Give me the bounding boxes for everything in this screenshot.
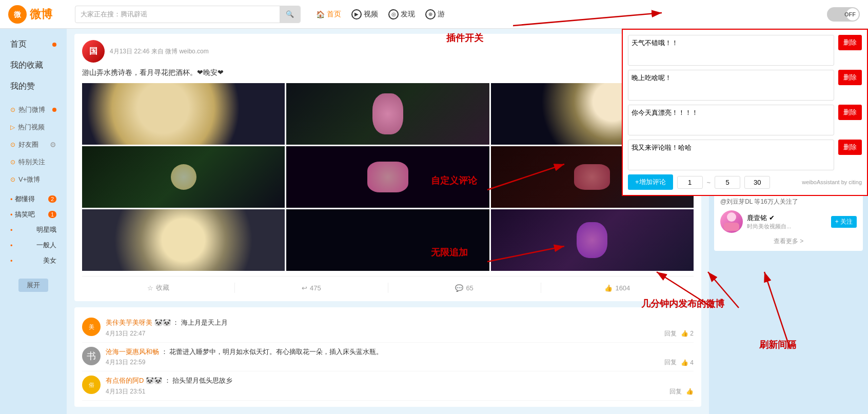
post-image-3[interactable] — [82, 146, 285, 208]
nav-item-video[interactable]: ▶ 视频 — [351, 9, 378, 19]
post-image-6[interactable] — [82, 209, 285, 271]
sidebar-item-hot-weibo[interactable]: ⊙ 热门微博 — [0, 101, 67, 119]
post-image-1[interactable] — [286, 83, 489, 145]
sidebar-label-general: 一般人 — [36, 241, 56, 250]
comment-textarea-0[interactable]: 天气不错哦！！ — [628, 35, 834, 66]
home-icon: 🏠 — [316, 10, 325, 18]
see-more-link[interactable]: 查看更多 > — [720, 237, 857, 246]
delete-button-1[interactable]: 删除 — [838, 70, 862, 85]
plugin-toggle[interactable]: OFF — [827, 7, 860, 22]
sidebar-item-likes[interactable]: 我的赞 — [0, 76, 67, 97]
main-nav: 🏠 首页 ▶ 视频 ◎ 发现 ⊕ 游 — [316, 9, 445, 19]
search-bar: 大家正在搜：腾讯辟谣 🔍 — [75, 6, 301, 23]
comment-icon: 💬 — [455, 284, 463, 292]
reply-button-0[interactable]: 回复 — [664, 329, 677, 338]
forward-button[interactable]: ↩ 475 — [235, 282, 387, 294]
post-image-grid — [82, 83, 694, 271]
delete-button-3[interactable]: 删除 — [838, 140, 862, 155]
plugin-comment-row-0: 天气不错哦！！ 删除 — [628, 35, 862, 66]
collect-button[interactable]: ☆ 收藏 — [82, 281, 234, 295]
sidebar-bullet-4: • — [10, 257, 13, 265]
like-comment-1[interactable]: 👍 4 — [681, 359, 694, 366]
sidebar: 首页 我的收藏 我的赞 ⊙ 热门微博 ▷ 热门视频 ⊙ 好友圈 ⚙ — [0, 29, 67, 414]
gear-icon[interactable]: ⚙ — [50, 141, 56, 149]
sidebar-bullet-3: • — [10, 242, 13, 249]
post-image-7[interactable] — [286, 209, 489, 271]
sidebar-item-vplus[interactable]: ⊙ V+微博 — [0, 171, 67, 188]
sidebar-label-star: 明星哦 — [36, 225, 56, 234]
num-input-1[interactable] — [677, 176, 703, 189]
comment-textarea-1[interactable]: 晚上吃啥呢！ — [628, 70, 834, 101]
plugin-comment-row-1: 晚上吃啥呢！ 删除 — [628, 70, 862, 101]
sidebar-item-douget[interactable]: • 都懂得 2 — [0, 191, 67, 207]
sidebar-item-favorites[interactable]: 我的收藏 — [0, 55, 67, 76]
delete-button-0[interactable]: 删除 — [838, 35, 862, 50]
vplus-icon: ⊙ — [10, 176, 15, 183]
sidebar-item-gaoxiao[interactable]: • 搞笑吧 1 — [0, 207, 67, 222]
comment-item-2: 俗 有点俗的阿D 🐼🐼 ： 抬头望月低头思故乡 4月13日 23:51 回复 👍 — [82, 371, 694, 401]
sidebar-dot-home — [52, 43, 56, 47]
plugin-panel: 天气不错哦！！ 删除 晚上吃啥呢！ 删除 你今天真漂亮！！！！ 删除 我又来评论… — [622, 29, 868, 196]
post-text: 游山弄水携诗卷，看月寻花把酒杯。❤晚安❤ — [82, 67, 694, 78]
nav-item-game[interactable]: ⊕ 游 — [425, 9, 445, 19]
comment-textarea-3[interactable]: 我又来评论啦！哈哈 — [628, 140, 834, 170]
comment-actions-1: 回复 👍 4 — [664, 358, 694, 367]
post-image-4[interactable] — [286, 146, 489, 208]
post-image-8[interactable] — [491, 209, 694, 271]
like-post-button[interactable]: 👍 1604 — [541, 282, 694, 294]
delete-button-2[interactable]: 删除 — [838, 105, 862, 120]
num-input-3[interactable] — [744, 176, 770, 189]
reply-button-1[interactable]: 回复 — [664, 358, 677, 367]
comment-author-1[interactable]: 沧海一粟惠风和畅 — [106, 348, 159, 356]
num-input-2[interactable] — [715, 176, 740, 189]
sidebar-bullet-0: • — [10, 195, 13, 203]
brand-text: weiboAssistant by citing — [802, 179, 862, 185]
nav-item-discover[interactable]: ◎ 发现 — [388, 9, 415, 19]
follow-button[interactable]: + 关注 — [831, 216, 857, 228]
forward-count: 475 — [310, 284, 321, 292]
comments-section: 美 美佧美芋美呀美 🐼🐼 ： 海上月是天上月 4月13日 22:47 回复 👍 … — [74, 307, 701, 407]
comment-time-row-2: 4月13日 23:51 回复 👍 — [106, 387, 694, 396]
search-button[interactable]: 🔍 — [280, 6, 300, 23]
post-actions: ☆ 收藏 ↩ 475 💬 65 👍 — [82, 276, 694, 295]
sidebar-item-star[interactable]: • 明星哦 — [0, 222, 67, 238]
sidebar-special-follow-label: 特别关注 — [18, 157, 45, 167]
sidebar-hot-video-label: 热门视频 — [18, 123, 45, 132]
like-count: 1604 — [615, 284, 630, 292]
search-hint: 大家正在搜：腾讯辟谣 — [75, 10, 280, 19]
sidebar-item-friend-circle[interactable]: ⊙ 好友圈 ⚙ — [0, 136, 67, 153]
follow-person-name: 鹿壹铭 ✔ — [747, 213, 827, 223]
hot-weibo-icon: ⊙ — [10, 106, 15, 113]
sidebar-friend-circle-label: 好友圈 — [18, 140, 38, 149]
post-image-0[interactable] — [82, 83, 285, 145]
comment-actions-2: 回复 👍 — [669, 387, 694, 396]
comment-content-1: 沧海一粟惠风和畅 ： 花蕾进入睡梦中，明月如水似天灯。有心摘取花一朵，插入床头蓝… — [106, 347, 694, 367]
sidebar-item-home[interactable]: 首页 — [0, 34, 67, 55]
add-comment-button[interactable]: +增加评论 — [628, 174, 673, 190]
plugin-comment-row-2: 你今天真漂亮！！！！ 删除 — [628, 105, 862, 135]
follow-row: 鹿壹铭 ✔ 时尚美妆视频自... + 关注 — [720, 210, 857, 233]
sidebar-item-hot-video[interactable]: ▷ 热门视频 — [0, 119, 67, 136]
comment-content-0: 美佧美芋美呀美 🐼🐼 ： 海上月是天上月 4月13日 22:47 回复 👍 2 — [106, 318, 694, 338]
comment-textarea-2[interactable]: 你今天真漂亮！！！！ — [628, 105, 834, 135]
nav-item-home[interactable]: 🏠 首页 — [316, 10, 341, 19]
sidebar-item-beauty[interactable]: • 美女 — [0, 253, 67, 268]
sidebar-item-general[interactable]: • 一般人 — [0, 238, 67, 253]
comment-author-0[interactable]: 美佧美芋美呀美 — [106, 319, 152, 326]
header: 微 微博 大家正在搜：腾讯辟谣 🔍 🏠 首页 ▶ 视频 ◎ 发现 ⊕ 游 — [0, 0, 868, 29]
toggle-off-label: OFF — [844, 11, 856, 17]
comment-item-1: 书 沧海一粟惠风和畅 ： 花蕾进入睡梦中，明月如水似天灯。有心摘取花一朵，插入床… — [82, 343, 694, 372]
reply-button-2[interactable]: 回复 — [669, 387, 682, 396]
comment-button[interactable]: 💬 65 — [388, 282, 541, 294]
expand-button[interactable]: 展开 — [18, 279, 48, 292]
comment-author-2[interactable]: 有点俗的阿D — [106, 377, 144, 384]
like-comment-0[interactable]: 👍 2 — [681, 330, 694, 337]
follow-person-sub: 时尚美妆视频自... — [747, 223, 827, 230]
follow-text: @刘豆芽DL 等16万人关注了 — [720, 198, 857, 206]
sidebar-item-special-follow[interactable]: ⊙ 特别关注 — [0, 153, 67, 171]
forward-icon: ↩ — [302, 284, 307, 292]
sidebar-favorites-label: 我的收藏 — [10, 60, 43, 71]
comment-time-1: 4月13日 22:59 — [106, 358, 145, 367]
sidebar-label-beauty: 美女 — [43, 256, 56, 265]
like-comment-2[interactable]: 👍 — [686, 388, 694, 395]
